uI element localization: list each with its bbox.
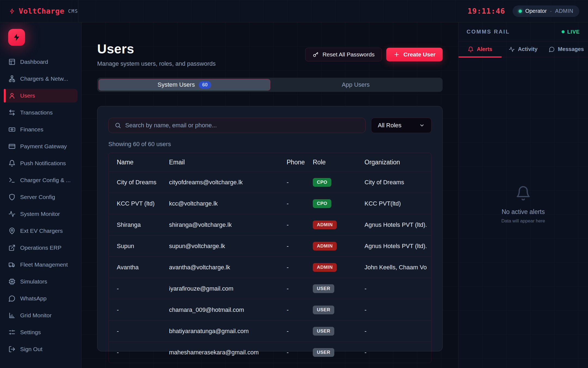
network-icon bbox=[8, 75, 16, 82]
sidebar-item-label: Server Config bbox=[20, 194, 55, 200]
tab-app-users-label: App Users bbox=[342, 81, 370, 88]
tab-alerts[interactable]: Alerts bbox=[458, 41, 502, 57]
tab-system-users[interactable]: System Users 60 bbox=[99, 79, 270, 91]
empty-state-title: No active alerts bbox=[501, 208, 545, 216]
comms-rail-header: COMMS RAIL LIVE bbox=[458, 22, 588, 41]
cell-organization: Agnus Hotels PVT (ltd)... bbox=[361, 243, 427, 250]
cell-name: KCC PVT (ltd) bbox=[113, 200, 165, 207]
role-badge: USER bbox=[313, 348, 334, 357]
sidebar-item-label: Chargers & Netw... bbox=[20, 76, 68, 82]
search-icon bbox=[115, 122, 121, 129]
table-row[interactable]: Avantha avantha@voltcharge.lk - ADMIN Jo… bbox=[109, 257, 431, 278]
live-label: LIVE bbox=[567, 29, 580, 35]
cell-name: - bbox=[113, 349, 165, 356]
sidebar-item-label: Settings bbox=[20, 329, 41, 336]
shield-icon bbox=[8, 194, 16, 201]
live-dot bbox=[562, 30, 565, 33]
topbar: VoltCharge CMS 19:11:46 Operator · ADMIN bbox=[0, 0, 588, 22]
sidebar-item-system-monitor[interactable]: System Monitor bbox=[4, 207, 78, 221]
banknote-icon bbox=[8, 126, 16, 133]
bell-icon bbox=[468, 46, 474, 52]
sidebar-item-label: Operations ERP bbox=[20, 245, 62, 251]
cell-role: USER bbox=[309, 348, 361, 357]
bolt-icon bbox=[9, 7, 15, 15]
role-filter-select[interactable]: All Roles bbox=[371, 118, 431, 133]
sidebar-item-ext-ev-chargers[interactable]: Ext EV Chargers bbox=[4, 224, 78, 238]
sidebar-item-dashboard[interactable]: Dashboard bbox=[4, 55, 78, 69]
filter-row: All Roles bbox=[108, 118, 431, 133]
tab-messages[interactable]: Messages bbox=[545, 41, 588, 57]
cell-name: - bbox=[113, 328, 165, 335]
table-row[interactable]: - iyarafirouze@gmail.com - USER - bbox=[109, 278, 431, 299]
sidebar-item-finances[interactable]: Finances bbox=[4, 123, 78, 136]
role-filter-value: All Roles bbox=[378, 122, 402, 129]
table-row[interactable]: - chamara_009@hotmail.com - USER - bbox=[109, 299, 431, 320]
online-status-dot bbox=[519, 10, 522, 13]
tab-messages-label: Messages bbox=[558, 46, 584, 52]
sidebar-item-charger-config[interactable]: Charger Config & ... bbox=[4, 173, 78, 187]
sidebar-item-transactions[interactable]: Transactions bbox=[4, 106, 78, 119]
sidebar-item-grid-monitor[interactable]: Grid Monitor bbox=[4, 309, 78, 322]
cell-organization: - bbox=[361, 349, 427, 356]
table-row[interactable]: City of Dreams cityofdreams@voltcharge.l… bbox=[109, 171, 431, 193]
search-box bbox=[108, 118, 366, 133]
table-row[interactable]: KCC PVT (ltd) kcc@voltcharge.lk - CPO KC… bbox=[109, 193, 431, 214]
sidebar-item-fleet-management[interactable]: Fleet Management bbox=[4, 258, 78, 272]
table-row[interactable]: Supun supun@voltcharge.lk - ADMIN Agnus … bbox=[109, 235, 431, 257]
column-header-role: Role bbox=[309, 159, 361, 166]
column-header-name: Name bbox=[113, 159, 165, 166]
tab-app-users[interactable]: App Users bbox=[270, 79, 442, 91]
message-circle-icon bbox=[549, 46, 555, 52]
users-table: Name Email Phone Role Organization City … bbox=[108, 153, 431, 363]
reset-all-passwords-button[interactable]: Reset All Passwords bbox=[305, 48, 382, 61]
sidebar-item-simulators[interactable]: Simulators bbox=[4, 275, 78, 288]
sidebar-item-users[interactable]: Users bbox=[4, 89, 78, 102]
sidebar-item-settings[interactable]: Settings bbox=[4, 325, 78, 339]
sidebar-item-payment-gateway[interactable]: Payment Gateway bbox=[4, 140, 78, 153]
search-input[interactable] bbox=[125, 122, 359, 129]
sidebar-item-push-notifications[interactable]: Push Notifications bbox=[4, 156, 78, 170]
page-header: Users Manage system users, roles, and pa… bbox=[97, 41, 443, 67]
key-icon bbox=[313, 51, 319, 58]
table-row[interactable]: - maheshamerasekara@gmail.com - USER - bbox=[109, 342, 431, 363]
cell-role: USER bbox=[309, 306, 361, 314]
sidebar-item-label: Sign Out bbox=[20, 346, 42, 352]
log-out-icon bbox=[8, 346, 16, 353]
cell-role: ADMIN bbox=[309, 263, 361, 272]
role-badge: ADMIN bbox=[313, 242, 337, 251]
role-badge: USER bbox=[313, 327, 334, 336]
cell-phone: - bbox=[283, 285, 309, 292]
role-badge: CPO bbox=[313, 199, 331, 208]
sidebar-item-label: System Monitor bbox=[20, 211, 60, 217]
cell-role: CPO bbox=[309, 178, 361, 187]
cell-email: kcc@voltcharge.lk bbox=[165, 200, 283, 207]
table-row[interactable]: - bhatiyaranatunga@gmail.com - USER - bbox=[109, 320, 431, 342]
bell-icon bbox=[8, 160, 16, 167]
cell-email: bhatiyaranatunga@gmail.com bbox=[165, 328, 283, 335]
sidebar-item-chargers-network[interactable]: Chargers & Netw... bbox=[4, 72, 78, 86]
sidebar-item-server-config[interactable]: Server Config bbox=[4, 190, 78, 204]
app-logo bbox=[8, 29, 25, 46]
cell-phone: - bbox=[283, 328, 309, 335]
column-header-phone: Phone bbox=[283, 159, 309, 166]
role-badge: USER bbox=[313, 306, 334, 314]
create-user-button[interactable]: Create User bbox=[386, 48, 443, 61]
cell-email: chamara_009@hotmail.com bbox=[165, 306, 283, 313]
cell-role: USER bbox=[309, 284, 361, 293]
sidebar-item-whatsapp[interactable]: WhatsApp bbox=[4, 292, 78, 305]
cell-phone: - bbox=[283, 306, 309, 313]
tab-activity[interactable]: Activity bbox=[502, 41, 545, 57]
column-header-organization: Organization bbox=[361, 159, 427, 166]
clock: 19:11:46 bbox=[467, 7, 505, 15]
cell-email: supun@voltcharge.lk bbox=[165, 243, 283, 250]
user-separator: · bbox=[550, 8, 552, 14]
sidebar-item-operations-erp[interactable]: Operations ERP bbox=[4, 241, 78, 255]
cell-organization: - bbox=[361, 328, 427, 335]
sidebar-item-sign-out[interactable]: Sign Out bbox=[4, 342, 78, 356]
table-header-row: Name Email Phone Role Organization bbox=[109, 153, 431, 171]
table-row[interactable]: Shiranga shiranga@voltcharge.lk - ADMIN … bbox=[109, 214, 431, 235]
sidebar-nav: Dashboard Chargers & Netw... Users Trans… bbox=[0, 55, 81, 356]
cell-organization: KCC PVT(ltd) bbox=[361, 200, 427, 207]
bar-chart-icon bbox=[8, 312, 16, 319]
cell-phone: - bbox=[283, 221, 309, 228]
